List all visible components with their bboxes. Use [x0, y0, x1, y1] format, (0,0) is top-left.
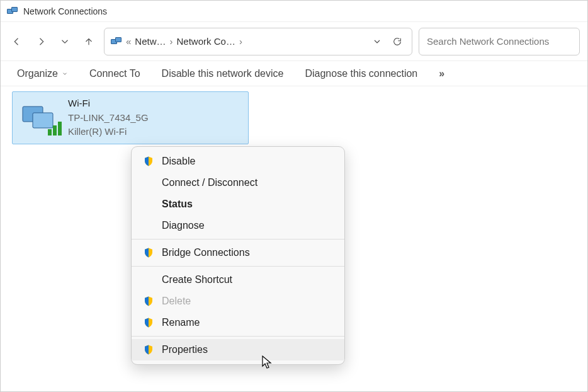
menu-item-delete: Delete — [132, 291, 344, 312]
chevron-right-icon[interactable]: › — [170, 36, 173, 47]
diagnose-connection-button[interactable]: Diagnose this connection — [305, 68, 417, 79]
blank-icon — [143, 177, 154, 188]
blank-icon — [143, 220, 154, 231]
adapter-text: Wi-Fi TP-LINK_7434_5G Killer(R) Wi-Fi — [68, 96, 149, 139]
menu-item-label: Rename — [162, 317, 200, 328]
address-bar[interactable]: « Netw… › Network Co… › — [104, 28, 412, 55]
organize-label: Organize — [17, 68, 58, 79]
menu-item-disable[interactable]: Disable — [132, 151, 344, 172]
menu-item-connect-disconnect[interactable]: Connect / Disconnect — [132, 172, 344, 193]
svg-rect-1 — [33, 113, 53, 128]
menu-item-label: Diagnose — [162, 220, 205, 231]
nav-row: « Netw… › Network Co… › — [1, 22, 587, 61]
menu-item-label: Status — [162, 199, 193, 210]
forward-button[interactable] — [32, 33, 50, 50]
window-title: Network Connections — [23, 6, 107, 16]
menu-item-label: Properties — [162, 344, 208, 355]
svg-rect-3 — [53, 125, 57, 135]
up-button[interactable] — [80, 33, 98, 50]
search-box[interactable] — [419, 28, 580, 55]
svg-rect-2 — [48, 129, 52, 135]
titlebar: Network Connections — [1, 1, 587, 22]
shield-icon — [143, 156, 154, 167]
blank-icon — [143, 274, 154, 285]
blank-icon — [143, 199, 154, 210]
address-dropdown[interactable] — [369, 33, 385, 50]
svg-rect-4 — [58, 122, 62, 135]
search-input[interactable] — [427, 36, 572, 47]
wifi-adapter-icon — [19, 99, 63, 137]
menu-item-label: Delete — [162, 296, 191, 307]
adapter-tile-wifi[interactable]: Wi-Fi TP-LINK_7434_5G Killer(R) Wi-Fi — [12, 91, 249, 144]
crumb-network[interactable]: Netw… — [135, 36, 166, 47]
adapter-device: Killer(R) Wi-Fi — [68, 125, 149, 139]
shield-icon — [143, 317, 154, 328]
crumb-network-connections[interactable]: Network Co… — [177, 36, 235, 47]
menu-item-label: Disable — [162, 156, 195, 167]
recent-locations-dropdown[interactable] — [56, 33, 74, 50]
back-button[interactable] — [8, 33, 26, 50]
menu-item-properties[interactable]: Properties — [132, 339, 344, 360]
chevron-down-icon — [62, 71, 68, 77]
shield-icon — [143, 344, 154, 355]
disable-device-button[interactable]: Disable this network device — [162, 68, 284, 79]
chevron-right-icon[interactable]: › — [239, 36, 242, 47]
menu-item-rename[interactable]: Rename — [132, 312, 344, 333]
menu-item-bridge-connections[interactable]: Bridge Connections — [132, 242, 344, 263]
toolbar: Organize Connect To Disable this network… — [1, 61, 587, 86]
network-connections-app-icon — [7, 7, 18, 16]
menu-item-label: Connect / Disconnect — [162, 177, 257, 188]
toolbar-overflow[interactable]: » — [439, 68, 444, 79]
menu-item-label: Bridge Connections — [162, 247, 250, 258]
shield-icon — [143, 247, 154, 258]
adapter-ssid: TP-LINK_7434_5G — [68, 111, 149, 125]
refresh-button[interactable] — [389, 33, 405, 50]
crumb-prefix: « — [126, 36, 131, 47]
location-icon — [111, 37, 122, 46]
menu-item-create-shortcut[interactable]: Create Shortcut — [132, 269, 344, 291]
adapter-name: Wi-Fi — [68, 96, 149, 111]
menu-separator — [132, 266, 344, 267]
menu-separator — [132, 239, 344, 239]
context-menu: Disable Connect / Disconnect Status Diag… — [131, 146, 345, 365]
menu-item-status[interactable]: Status — [132, 193, 344, 215]
organize-menu[interactable]: Organize — [17, 68, 68, 79]
connect-to-button[interactable]: Connect To — [89, 68, 140, 79]
shield-icon — [143, 296, 154, 307]
menu-item-diagnose[interactable]: Diagnose — [132, 215, 344, 236]
menu-separator — [132, 336, 344, 337]
menu-item-label: Create Shortcut — [162, 274, 232, 285]
